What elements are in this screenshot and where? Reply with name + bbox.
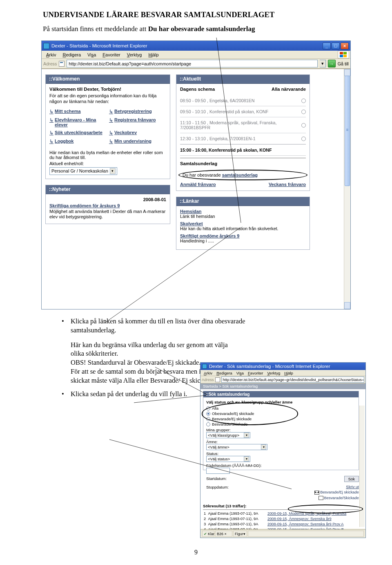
window-titlebar: Dexter - Startsida - Microsoft Internet … [42, 41, 350, 51]
scroll-thumb[interactable] [345, 76, 350, 186]
sok-button[interactable]: Sök [344, 476, 359, 482]
arrow-icon: ↳ [109, 117, 113, 123]
menu-verktyg[interactable]: Verktyg [265, 371, 283, 375]
radio-icon[interactable] [301, 110, 306, 114]
panel-lankar: ::Länkar Hemsidan Länk till hemsidan Sko… [176, 197, 310, 250]
address-label: Adress [43, 61, 57, 66]
menu-favoriter[interactable]: Favoriter [100, 52, 123, 58]
menu-redigera[interactable]: Redigera [214, 371, 234, 375]
radio-icon[interactable] [301, 123, 306, 128]
link-elevfranvaro[interactable]: ↳Elevfrånvaro - Mina elever [49, 117, 107, 127]
radio-besvarade-skick[interactable] [206, 422, 210, 426]
input-fodelsedatum[interactable] [206, 468, 230, 474]
intro-a: På startsidan finns ett meddelande att [43, 25, 148, 33]
arrow-icon: ↳ [49, 109, 53, 114]
welcome-title: Välkommen till Dexter, Torbjörn! [49, 87, 166, 92]
menu-bar: Arkiv Redigera Visa Favoriter Verktyg Hj… [42, 51, 350, 59]
news-date: 2008-08-01 [49, 197, 166, 202]
menu-hjalp[interactable]: Hjälp [145, 52, 161, 58]
select-grupper[interactable]: <Välj klass/grupp>▾ [206, 432, 250, 438]
radio-icon[interactable] [301, 137, 306, 141]
svg-rect-3 [343, 55, 347, 57]
select-amne[interactable]: <Välj ämne>▾ [206, 444, 267, 450]
address-label-2: Adress [202, 377, 214, 382]
arrow-icon: ↳ [109, 139, 113, 144]
legend-besvarade-ej: Besvarade/Ej skickade [203, 490, 359, 495]
result-row[interactable]: 2Ajaal Emma (1993-07-11), 9A2008-09-15, … [203, 516, 359, 521]
select-status[interactable]: <Välj status>▾ [206, 456, 250, 462]
menu-hjalp[interactable]: Hjälp [282, 371, 295, 375]
address-bar-2: Adress http://dexter.ist.biz/Default.asp… [200, 376, 365, 383]
window-maximize-button[interactable]: □ [332, 43, 340, 49]
label-alla: Alla [212, 406, 218, 410]
screenshot-browser-2: Dexter - Sök samtalsunderlag - Microsoft… [200, 362, 366, 538]
label-amne: Ämne: [206, 439, 356, 444]
label-fodelsedatum: Födelsedatum (ÅÅÅÅ-MM-DD): [206, 463, 356, 468]
aktuellt-col-right: Alla närvarande [272, 87, 306, 92]
form-prompt: Välj status och ev. klass/grupp och/elle… [206, 400, 356, 404]
menu-verktyg[interactable]: Verktyg [124, 52, 145, 58]
chevron-down-icon: ▾ [244, 456, 249, 462]
menu-redigera[interactable]: Redigera [60, 52, 84, 58]
skriv-ut-link[interactable]: Skriv ut [203, 484, 359, 489]
link-veckobrev[interactable]: ↳Veckobrev [109, 130, 166, 136]
menu-favoriter[interactable]: Favoriter [246, 371, 265, 375]
label-besvarade-skick: Besvarade/Skickade [212, 422, 247, 426]
link-hemsidan-desc: Länk till hemsidan [180, 214, 306, 219]
link-skriftligt-omdome[interactable]: Skriftligt omdöme årskurs 9 [180, 233, 306, 238]
menu-arkiv[interactable]: Arkiv [202, 371, 214, 375]
link-min-undervisning[interactable]: ↳Min undervisning [109, 139, 166, 144]
link-loggbok[interactable]: ↳Loggbok [49, 139, 107, 144]
vertical-scrollbar[interactable] [344, 69, 350, 309]
veckans-franvaro-link[interactable]: Veckans frånvaro [269, 182, 306, 187]
radio-icon[interactable] [301, 99, 306, 103]
panel-aktuellt: ::Aktuellt Dagens schema Alla närvarande… [176, 74, 310, 191]
role-desc: Här nedan kan du byta mellan de enheter … [49, 150, 166, 160]
link-sok-utvecklingsarbete[interactable]: ↳Sök utvecklingsarbete [49, 130, 107, 136]
role-label: Aktuell enhet/roll: [49, 161, 166, 166]
link-betygregistrering[interactable]: ↳Betygregistrering [109, 109, 166, 114]
radio-obesvarade[interactable] [206, 412, 210, 416]
page-icon [215, 377, 220, 382]
link-skolverket[interactable]: Skolverket [180, 221, 306, 226]
panel-sok-samtalsunderlag: ::Sök samtalsunderlag Välj status och ev… [203, 391, 359, 470]
chevron-down-icon: ▾ [244, 433, 249, 438]
legend-besvarade-skick: Besvarade/Skickade [203, 495, 359, 500]
link-hemsidan[interactable]: Hemsidan [180, 209, 306, 214]
vertical-scrollbar-2[interactable] [359, 406, 365, 527]
window-minimize-button[interactable]: _ [323, 43, 331, 49]
breadcrumb: Startsida > Sök samtalsunderlag [200, 383, 365, 389]
envelope-open-icon [314, 491, 319, 495]
radio-besvarade-ej[interactable] [206, 417, 210, 421]
arrow-icon: ↳ [109, 109, 113, 114]
address-dropdown[interactable]: ▾ [320, 60, 326, 67]
panel-header-aktuellt: ::Aktuellt [176, 75, 310, 84]
schedule-row: 11:10 - 11:50 , Moderna språk, språkval,… [180, 117, 306, 133]
link-registrera-franvaro[interactable]: ↳Registrera frånvaro [109, 117, 166, 127]
address-input-2[interactable]: http://dexter.ist.biz/Default.asp?page=g… [221, 377, 364, 383]
panel-header-nyheter: ::Nyheter [46, 185, 170, 194]
window-titlebar-2: Dexter - Sök samtalsunderlag - Microsoft… [200, 363, 365, 370]
label-besvarade-ej: Besvarade/Ej skickade [212, 417, 252, 421]
address-input[interactable]: http://dexter.ist.biz/Default.asp?page=a… [67, 60, 317, 67]
result-row[interactable]: 3Ajaal Emma (1993-07-11), 9A2008-09-15, … [203, 521, 359, 527]
samtalsunderlag-link[interactable]: samtalsunderlag [222, 173, 258, 177]
panel-header-sok: ::Sök samtalsunderlag [203, 391, 359, 397]
radio-alla[interactable] [206, 406, 210, 410]
window-close-button[interactable]: × [341, 43, 349, 49]
go-button[interactable]: → [328, 60, 336, 67]
arrow-icon: ↳ [49, 117, 53, 123]
link-mitt-schema[interactable]: ↳Mitt schema [49, 109, 107, 114]
menu-visa[interactable]: Visa [234, 371, 246, 375]
arrow-icon: ↳ [109, 130, 113, 136]
anm-franvaro-link[interactable]: Anmäld frånvaro [180, 182, 216, 187]
results-header: Sökresultat (13 träffar): [203, 502, 359, 510]
aktuellt-col-left: Dagens schema [180, 87, 215, 92]
result-row[interactable]: 1Ajaal Emma (1993-07-11), 9A2008-09-15, … [203, 511, 359, 516]
menu-visa[interactable]: Visa [85, 52, 99, 58]
panel-nyheter: ::Nyheter 2008-08-01 Skriftliga omdömen … [45, 185, 170, 224]
menu-arkiv[interactable]: Arkiv [43, 52, 59, 58]
news-title-link[interactable]: Skriftliga omdömen för årskurs 9 [49, 203, 166, 208]
role-select[interactable]: Personal Gr / Norrekaskolan ▾ [49, 167, 117, 175]
status-bar: ✔Klar B26 × Figur ▾ [200, 529, 365, 538]
